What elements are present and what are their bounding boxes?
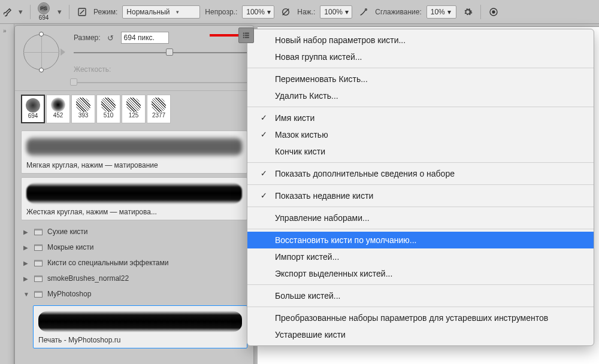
menu-item[interactable]: Преобразованные наборы параметров для ус… (247, 310, 594, 326)
brush-preset-hard-round[interactable]: Жесткая круглая, нажим — матирова... (21, 177, 247, 220)
reset-size-icon[interactable]: ↺ (105, 32, 116, 43)
menu-item-label: Новый набор параметров кисти... (275, 35, 406, 45)
menu-item[interactable]: Импорт кистей... (247, 248, 594, 265)
chevron-right-icon: ▶ (23, 260, 29, 266)
mode-value: Нормальный (126, 8, 170, 16)
chevron-right-icon: ▶ (23, 244, 29, 251)
flow-input[interactable]: 100%▾ (320, 5, 352, 19)
menu-item[interactable]: Экспорт выделенных кистей... (247, 265, 594, 282)
recent-brush-5[interactable]: 2377 (147, 95, 171, 123)
menu-item[interactable]: ✓Имя кисти (247, 110, 594, 126)
folder-label: smokeBrushes_normal22 (47, 274, 129, 283)
opacity-label: Непрозр.: (205, 8, 237, 16)
brush-preset-soft-round[interactable]: Мягкая круглая, нажим — матирование (21, 131, 247, 174)
preset-caption: Жесткая круглая, нажим — матирова... (26, 208, 242, 216)
options-toolbar: ▾ PS 694 ▾ Режим: Нормальный ▾ Непрозр.:… (0, 0, 599, 24)
menu-item-label: Импорт кистей... (275, 252, 339, 262)
menu-item[interactable]: Новый набор параметров кисти... (247, 32, 594, 48)
expand-dock-icon[interactable]: » (3, 28, 7, 34)
brush-angle-control[interactable] (21, 32, 66, 77)
preset-caption: Мягкая круглая, нажим — матирование (26, 161, 242, 169)
opacity-input[interactable]: 100%▾ (242, 5, 274, 19)
recent-brush-3[interactable]: 510 (96, 95, 120, 123)
folder-smoke-brushes[interactable]: ▶smokeBrushes_normal22 (19, 271, 250, 286)
airbrush-icon[interactable] (357, 5, 370, 19)
menu-item-label: Больше кистей... (275, 291, 341, 301)
brush-preset-list[interactable]: Мягкая круглая, нажим — матирование Жест… (15, 125, 253, 358)
tool-brush-icon[interactable]: ▾ (4, 5, 24, 19)
smoothing-input[interactable]: 10%▾ (426, 5, 456, 19)
brush-preset-selected[interactable]: Печать - MyPhotoshop.ru (33, 305, 247, 348)
menu-item-label: Показать дополнительные сведения о набор… (275, 169, 455, 178)
menu-item-label: Управление наборами... (275, 213, 370, 223)
menu-item[interactable]: Управление наборами... (247, 210, 594, 226)
brush-num: 393 (78, 112, 89, 119)
folder-label: Сухие кисти (47, 228, 88, 236)
gear-icon[interactable] (461, 5, 474, 19)
menu-item[interactable]: Восстановить кисти по умолчанию... (247, 232, 594, 248)
svg-point-5 (243, 33, 244, 34)
recent-brush-2[interactable]: 393 (71, 95, 95, 123)
folder-myphotoshop[interactable]: ▼MyPhotoshop (19, 286, 250, 302)
menu-item[interactable]: ✓Показать недавние кисти (247, 187, 594, 204)
mode-select[interactable]: Нормальный ▾ (122, 5, 200, 19)
folder-label: MyPhotoshop (47, 290, 91, 298)
smoothing-value: 10% (431, 8, 445, 16)
left-dock-strip: » (0, 24, 14, 364)
size-slider[interactable] (74, 48, 247, 57)
brush-panel-flyout-menu: Новый набор параметров кисти...Новая гру… (247, 29, 594, 346)
menu-item-label: Устаревшие кисти (275, 330, 346, 339)
menu-item-label: Экспорт выделенных кистей... (275, 269, 392, 278)
menu-item[interactable]: Переименовать Кисть... (247, 71, 594, 87)
mode-label: Режим: (93, 8, 117, 16)
folder-special-effects[interactable]: ▶Кисти со специальными эффектами (19, 255, 250, 271)
menu-item-label: Восстановить кисти по умолчанию... (275, 235, 416, 245)
svg-rect-6 (245, 33, 249, 34)
menu-item-label: Показать недавние кисти (275, 191, 373, 201)
brush-num: 694 (28, 113, 38, 119)
check-icon: ✓ (261, 168, 267, 180)
hardness-slider[interactable] (74, 78, 247, 87)
svg-point-7 (243, 35, 244, 36)
folder-icon (34, 229, 43, 235)
folder-icon (34, 291, 43, 298)
size-input[interactable]: 694 пикс. (121, 32, 169, 44)
size-value: 694 пикс. (124, 34, 155, 42)
panel-flyout-button[interactable] (238, 28, 254, 43)
brush-num: 2377 (152, 112, 165, 119)
svg-point-9 (243, 37, 244, 38)
menu-item[interactable]: ✓Показать дополнительные сведения о набо… (247, 165, 594, 182)
brush-settings-icon[interactable] (75, 5, 89, 19)
menu-item[interactable]: Новая группа кистей... (247, 48, 594, 65)
recent-brush-4[interactable]: 125 (122, 95, 146, 123)
menu-item-label: Переименовать Кисть... (275, 74, 368, 84)
folder-label: Кисти со специальными эффектами (47, 259, 169, 267)
chevron-down-icon: ▾ (17, 5, 24, 19)
menu-item[interactable]: Больше кистей... (247, 287, 594, 304)
svg-rect-8 (245, 35, 249, 35)
size-label: Размер: (74, 34, 101, 42)
menu-item[interactable]: ✓Мазок кистью (247, 126, 594, 143)
chevron-down-icon[interactable]: ▾ (56, 5, 63, 19)
pressure-size-icon[interactable] (487, 5, 500, 19)
menu-item-label: Кончик кисти (275, 147, 325, 156)
folder-icon (34, 244, 43, 251)
menu-item-label: Имя кисти (275, 113, 314, 123)
brush-num: 125 (129, 112, 139, 119)
flow-value: 100% (324, 8, 343, 16)
check-icon: ✓ (261, 129, 267, 141)
pressure-opacity-icon[interactable] (279, 5, 292, 19)
folder-icon (34, 275, 43, 282)
menu-item[interactable]: Удалить Кисть... (247, 87, 594, 104)
folder-wet-brushes[interactable]: ▶Мокрые кисти (19, 239, 250, 255)
flow-label: Наж.: (297, 8, 315, 16)
recent-brush-1[interactable]: 452 (46, 95, 70, 123)
brush-preset-chip[interactable]: PS 694 (37, 2, 51, 21)
menu-item[interactable]: Кончик кисти (247, 143, 594, 160)
recent-brush-0[interactable]: 694 (21, 95, 45, 123)
menu-item-label: Преобразованные наборы параметров для ус… (275, 313, 548, 323)
svg-rect-10 (245, 37, 249, 38)
folder-dry-brushes[interactable]: ▶Сухие кисти (19, 224, 250, 239)
brush-num: 452 (53, 112, 63, 119)
menu-item[interactable]: Устаревшие кисти (247, 326, 594, 343)
